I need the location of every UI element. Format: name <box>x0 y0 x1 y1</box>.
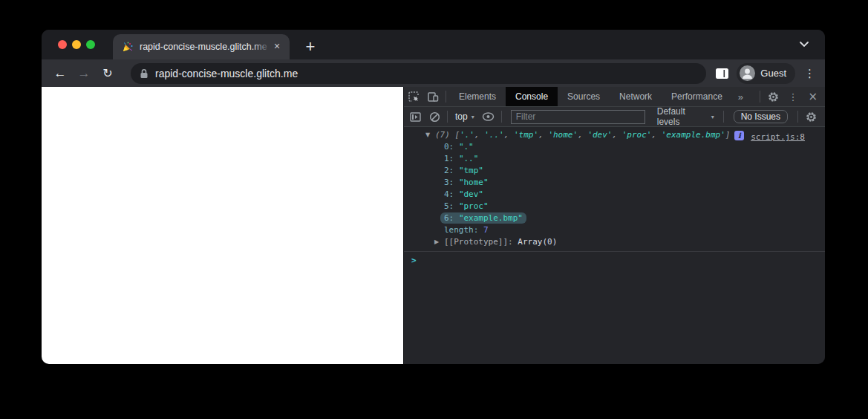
context-selector[interactable]: top ▾ <box>451 111 479 122</box>
devtools-menu-icon[interactable]: ⋮ <box>783 91 803 103</box>
browser-menu-icon[interactable]: ⋮ <box>804 67 815 80</box>
back-button[interactable]: ← <box>50 64 70 83</box>
browser-toolbar: ← → ↻ rapid-concise-muscle.glitch.me <box>42 59 825 87</box>
tab-title-fade <box>252 42 270 52</box>
tab-search-chevron-icon[interactable] <box>798 40 810 49</box>
clear-console-icon[interactable] <box>425 107 444 126</box>
tab-performance[interactable]: Performance <box>662 87 732 106</box>
side-panel-icon[interactable] <box>715 68 729 79</box>
console-settings-gear-icon[interactable] <box>801 107 820 126</box>
devtools-panel: Elements Console Sources Network Perform… <box>403 87 825 364</box>
console-message: ▼(7) ['.', '..', 'tmp', 'home', 'dev', '… <box>404 127 825 252</box>
prompt-chevron-icon: > <box>411 255 417 267</box>
reload-button[interactable]: ↻ <box>98 64 117 83</box>
tab-title: rapid-concise-muscle.glitch.me <box>140 42 270 52</box>
array-entry-row: 3: "home" <box>404 177 825 189</box>
no-issues-button[interactable]: No Issues <box>734 110 788 123</box>
browser-tab[interactable]: rapid-concise-muscle.glitch.me × <box>113 34 290 59</box>
console-prompt[interactable]: > <box>404 252 825 267</box>
content-area: Elements Console Sources Network Perform… <box>42 87 825 364</box>
url-text: rapid-concise-muscle.glitch.me <box>155 68 298 79</box>
info-badge-icon[interactable]: i <box>734 131 744 140</box>
tab-elements[interactable]: Elements <box>449 87 506 106</box>
chevron-down-icon: ▾ <box>711 114 714 120</box>
tab-strip: rapid-concise-muscle.glitch.me × + <box>42 30 825 59</box>
more-tabs-icon[interactable]: » <box>732 91 749 103</box>
divider <box>447 111 448 123</box>
divider <box>760 91 760 103</box>
address-bar[interactable]: rapid-concise-muscle.glitch.me <box>131 63 706 84</box>
devtools-settings-gear-icon[interactable] <box>763 87 783 106</box>
traffic-lights <box>58 40 95 49</box>
inspect-element-icon[interactable] <box>404 87 423 106</box>
divider <box>797 111 798 123</box>
source-location-link[interactable]: script.js:8 <box>751 131 805 143</box>
lock-icon[interactable] <box>140 68 149 79</box>
browser-window: rapid-concise-muscle.glitch.me × + ← → ↻… <box>42 30 825 364</box>
array-entry-row-highlighted[interactable]: 6: "example.bmp" <box>404 212 825 224</box>
array-entry-row: 2: "tmp" <box>404 165 825 177</box>
profile-label: Guest <box>760 68 786 79</box>
array-entry-row: 1: ".." <box>404 153 825 165</box>
highlighted-entry: 6: "example.bmp" <box>440 212 526 224</box>
devtools-close-icon[interactable]: × <box>803 90 825 103</box>
devtools-tab-bar: Elements Console Sources Network Perform… <box>404 87 825 107</box>
tab-close-icon[interactable]: × <box>270 40 284 53</box>
party-popper-favicon-icon <box>122 41 134 53</box>
new-tab-button[interactable]: + <box>300 37 321 58</box>
forward-button[interactable]: → <box>74 64 94 83</box>
array-preview-row[interactable]: ▼(7) ['.', '..', 'tmp', 'home', 'dev', '… <box>404 129 825 141</box>
array-entry-row: 5: "proc" <box>404 201 825 212</box>
page-content <box>42 87 403 364</box>
divider <box>723 111 724 123</box>
tab-console[interactable]: Console <box>506 87 558 106</box>
tab-sources[interactable]: Sources <box>558 87 610 106</box>
prototype-row[interactable]: ▶[[Prototype]]: Array(0) <box>404 236 825 248</box>
profile-button[interactable]: Guest <box>737 63 795 84</box>
divider <box>446 91 446 103</box>
fullscreen-window-button[interactable] <box>86 40 95 49</box>
device-toolbar-icon[interactable] <box>423 87 443 106</box>
guest-avatar-icon <box>740 65 755 81</box>
array-entry-row: 4: "dev" <box>404 189 825 201</box>
console-output: ▼(7) ['.', '..', 'tmp', 'home', 'dev', '… <box>404 127 825 364</box>
divider <box>501 111 502 123</box>
close-window-button[interactable] <box>58 40 67 49</box>
filter-input[interactable] <box>511 110 645 124</box>
live-expression-eye-icon[interactable] <box>479 107 498 126</box>
array-length-row: length: 7 <box>404 224 825 236</box>
expand-triangle-icon[interactable]: ▶ <box>434 236 444 248</box>
log-levels-selector[interactable]: Default levels ▾ <box>651 106 720 127</box>
chevron-down-icon: ▾ <box>471 114 474 120</box>
minimize-window-button[interactable] <box>72 40 81 49</box>
tab-network[interactable]: Network <box>610 87 662 106</box>
collapse-triangle-icon[interactable]: ▼ <box>425 129 435 141</box>
console-toolbar: top ▾ Default levels ▾ No Issues <box>404 107 825 127</box>
console-sidebar-icon[interactable] <box>405 107 425 126</box>
